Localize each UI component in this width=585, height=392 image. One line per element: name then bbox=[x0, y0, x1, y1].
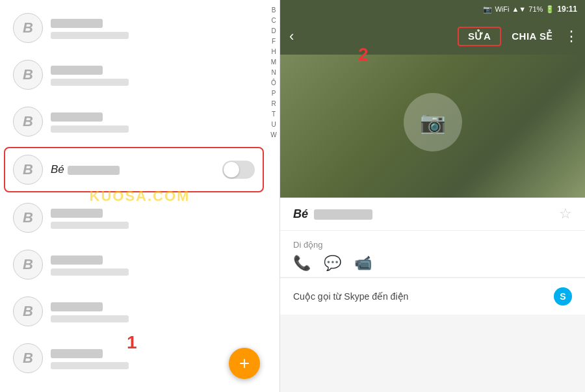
avatar: B bbox=[13, 250, 43, 280]
skype-logo: S bbox=[554, 287, 572, 306]
alpha-b[interactable]: B bbox=[272, 5, 276, 16]
contact-subtext bbox=[51, 32, 129, 39]
contact-name-blurred bbox=[51, 255, 103, 265]
contact-photo-circle[interactable]: 📷 bbox=[404, 93, 462, 151]
contact-item[interactable]: B bbox=[5, 290, 263, 333]
contact-name-bar: Bé ☆ bbox=[280, 198, 585, 231]
contact-item[interactable]: B bbox=[5, 53, 263, 96]
avatar: B bbox=[13, 13, 43, 43]
contact-item[interactable]: B bbox=[5, 243, 263, 286]
right-panel: 📷 WiFi ▲▼ 71% 🔋 19:11 ‹ SỬA CHIA SẺ ⋮ 2 … bbox=[280, 0, 585, 392]
alpha-d[interactable]: D bbox=[271, 26, 276, 36]
contact-name-blurred bbox=[51, 19, 103, 28]
alpha-t[interactable]: T bbox=[272, 109, 276, 120]
contact-photo-area: 📷 bbox=[280, 55, 585, 198]
contact-name-blurred bbox=[51, 302, 103, 311]
avatar: B bbox=[13, 343, 43, 373]
contact-name-blurred bbox=[51, 112, 103, 122]
contacts-list: B B B B Bé bbox=[0, 0, 268, 392]
contact-info bbox=[51, 207, 255, 229]
call-button[interactable]: 📞 bbox=[293, 255, 311, 272]
contact-name-blurred bbox=[51, 349, 103, 358]
skype-text: Cuộc gọi từ Skype đến điện bbox=[293, 291, 546, 302]
alpha-c[interactable]: C bbox=[271, 16, 276, 26]
avatar: B bbox=[13, 60, 43, 90]
alpha-m[interactable]: M bbox=[271, 57, 276, 68]
contact-info bbox=[51, 64, 255, 86]
alpha-w[interactable]: W bbox=[270, 130, 276, 140]
contact-subtext bbox=[51, 125, 129, 133]
contact-subtext bbox=[51, 268, 129, 276]
screenshot-icon: 📷 bbox=[483, 5, 492, 14]
alpha-o[interactable]: Ô bbox=[271, 78, 276, 88]
contact-name-display: Bé bbox=[293, 207, 551, 221]
contact-item[interactable]: B bbox=[5, 337, 263, 380]
contact-info bbox=[51, 111, 255, 133]
alpha-n[interactable]: N bbox=[271, 68, 276, 78]
contact-name-blurred bbox=[314, 209, 372, 220]
skype-section: Cuộc gọi từ Skype đến điện S bbox=[280, 278, 585, 315]
more-options-button[interactable]: ⋮ bbox=[563, 25, 580, 47]
alpha-p[interactable]: P bbox=[272, 88, 276, 99]
contact-item-highlighted[interactable]: B Bé bbox=[4, 147, 264, 192]
contact-subtext bbox=[51, 79, 129, 86]
contact-name-blurred bbox=[51, 209, 103, 218]
status-icons: 📷 WiFi ▲▼ 71% 🔋 19:11 bbox=[483, 5, 577, 14]
contact-info: Bé bbox=[51, 163, 214, 176]
avatar: B bbox=[13, 155, 43, 185]
chiase-button[interactable]: CHIA SẺ bbox=[506, 28, 558, 45]
toggle-switch[interactable] bbox=[222, 161, 255, 179]
favorite-star-button[interactable]: ☆ bbox=[559, 205, 572, 222]
camera-icon: 📷 bbox=[420, 110, 446, 135]
contact-name-blurred bbox=[51, 66, 103, 75]
contact-subtext bbox=[51, 362, 129, 369]
info-label-text: Di động bbox=[293, 240, 572, 250]
action-bar: ‹ SỬA CHIA SẺ ⋮ 2 bbox=[280, 18, 585, 55]
sua-button[interactable]: SỬA bbox=[458, 27, 501, 46]
contact-item[interactable]: B bbox=[5, 7, 263, 49]
alpha-r[interactable]: R bbox=[271, 99, 276, 109]
contact-item[interactable]: B bbox=[5, 196, 263, 239]
alphabet-index: B C D F H M N Ô P R T U W bbox=[268, 0, 280, 392]
toggle-area[interactable] bbox=[222, 161, 255, 179]
alpha-f[interactable]: F bbox=[272, 36, 276, 47]
status-bar: 📷 WiFi ▲▼ 71% 🔋 19:11 bbox=[280, 0, 585, 18]
add-contact-button[interactable]: + bbox=[229, 348, 260, 379]
battery-level: 71% bbox=[528, 5, 543, 13]
wifi-icon: WiFi bbox=[495, 5, 509, 13]
contact-name: Bé bbox=[51, 163, 120, 176]
back-button[interactable]: ‹ bbox=[285, 24, 298, 49]
alpha-h[interactable]: H bbox=[271, 47, 276, 57]
contact-name-text: Bé bbox=[293, 207, 308, 220]
contact-actions: 📞 💬 📹 bbox=[293, 255, 572, 272]
contact-subtext bbox=[51, 315, 129, 322]
contact-info bbox=[51, 348, 255, 369]
status-time: 19:11 bbox=[557, 5, 577, 14]
signal-icon: ▲▼ bbox=[512, 5, 526, 13]
info-section: Di động 📞 💬 📹 bbox=[280, 231, 585, 278]
contact-info bbox=[51, 301, 255, 322]
avatar: B bbox=[13, 203, 43, 233]
avatar: B bbox=[13, 296, 43, 326]
contact-subtext bbox=[51, 222, 129, 229]
contact-item[interactable]: B bbox=[5, 100, 263, 143]
battery-icon: 🔋 bbox=[545, 5, 554, 14]
message-button[interactable]: 💬 bbox=[324, 255, 341, 272]
contact-info bbox=[51, 18, 255, 39]
video-call-button[interactable]: 📹 bbox=[354, 255, 372, 272]
toggle-knob bbox=[224, 162, 239, 177]
contact-info bbox=[51, 254, 255, 276]
left-panel: B B B B Bé bbox=[0, 0, 280, 392]
avatar: B bbox=[13, 107, 43, 137]
alpha-u[interactable]: U bbox=[271, 120, 276, 130]
